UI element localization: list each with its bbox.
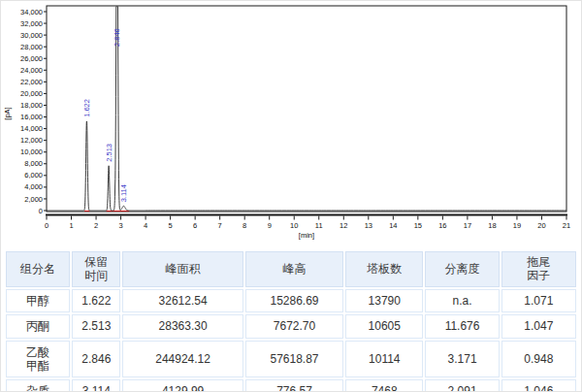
y-tick-label: 6,000 [24, 171, 43, 180]
cell-height: 776.57 [245, 379, 343, 392]
plot-frame [47, 6, 566, 212]
cell-plates: 10605 [345, 314, 423, 338]
cell-component: 甲醇 [6, 289, 70, 312]
cell-height: 15286.69 [245, 289, 343, 312]
x-tick-label: 14 [389, 221, 397, 230]
col-header-resolution: 分离度 [425, 251, 499, 287]
x-tick-label: 3 [118, 221, 122, 230]
y-tick-label: 22,000 [20, 78, 43, 86]
cell-resolution: 2.091 [425, 379, 499, 392]
x-tick-label: 1 [69, 221, 73, 230]
x-tick-label: 6 [193, 221, 197, 230]
x-tick-label: 5 [169, 221, 173, 230]
cell-component: 杂质 [6, 379, 70, 392]
col-header-height: 峰高 [245, 251, 343, 287]
y-tick-label: 24,000 [20, 66, 43, 75]
peak-label: 2.513 [105, 144, 113, 162]
cell-plates: 13790 [345, 289, 423, 312]
y-tick-label: 12,000 [20, 136, 43, 145]
y-tick-label: 4,000 [24, 182, 43, 191]
x-tick-label: 8 [242, 221, 246, 230]
y-tick-label: 20,000 [20, 89, 43, 98]
cell-height: 7672.70 [245, 314, 343, 338]
x-tick-label: 4 [144, 221, 147, 230]
cell-resolution: 11.676 [425, 314, 499, 338]
col-header-area: 峰面积 [122, 251, 242, 287]
x-tick-label: 11 [315, 221, 323, 230]
x-tick-label: 9 [268, 221, 272, 230]
x-axis-unit-label: [min] [299, 231, 314, 240]
cell-resolution: n.a. [425, 289, 499, 312]
x-tick-label: 2 [94, 221, 98, 230]
cell-plates: 10114 [345, 341, 423, 378]
table-row: 丙酮 2.513 28363.30 7672.70 10605 11.676 1… [6, 314, 576, 338]
col-header-plates: 塔板数 [345, 251, 423, 287]
y-tick-label: 18,000 [20, 101, 43, 110]
col-header-retention: 保留 时间 [72, 251, 120, 287]
cell-retention: 1.622 [72, 289, 120, 312]
y-axis-unit-label: [pA] [3, 107, 12, 119]
y-tick-label: 26,000 [20, 54, 43, 63]
cell-area: 28363.30 [122, 314, 242, 338]
y-tick-label: 16,000 [20, 113, 43, 121]
x-tick-label: 19 [513, 221, 521, 230]
cell-retention: 2.846 [72, 341, 120, 378]
cell-resolution: 3.171 [425, 341, 499, 378]
cell-tailing: 1.047 [501, 314, 576, 338]
cell-tailing: 1.046 [501, 379, 576, 392]
cell-component: 乙酸 甲酯 [6, 341, 70, 378]
y-tick-label: 0 [39, 207, 43, 215]
x-tick-label: 20 [537, 221, 545, 230]
x-tick-label: 17 [464, 221, 471, 230]
results-table: 组分名 保留 时间 峰面积 峰高 塔板数 分离度 拖尾 因子 甲醇 1.622 … [4, 249, 578, 392]
col-header-tailing: 拖尾 因子 [501, 251, 576, 287]
x-tick-label: 0 [45, 221, 48, 230]
cell-component: 丙酮 [6, 314, 70, 338]
col-header-component: 组分名 [6, 251, 70, 287]
y-tick-label: 8,000 [24, 159, 43, 168]
table-header-row: 组分名 保留 时间 峰面积 峰高 塔板数 分离度 拖尾 因子 [6, 251, 576, 287]
table-row: 乙酸 甲酯 2.846 244924.12 57618.87 10114 3.1… [6, 341, 576, 378]
x-tick-label: 18 [488, 221, 496, 230]
peak-label: 2.846 [113, 28, 121, 47]
table-row: 杂质 3.114 4129.99 776.57 7468 2.091 1.046 [6, 379, 576, 392]
x-tick-label: 12 [340, 221, 347, 230]
y-tick-label: 34,000 [20, 8, 43, 16]
table-row: 甲醇 1.622 32612.54 15286.69 13790 n.a. 1.… [6, 289, 576, 312]
x-tick-label: 13 [365, 221, 372, 230]
y-tick-label: 2,000 [24, 195, 43, 204]
x-tick-label: 10 [290, 221, 298, 230]
y-tick-label: 14,000 [20, 124, 43, 133]
peak-label: 3.114 [119, 184, 128, 202]
cell-area: 244924.12 [122, 341, 242, 378]
cell-tailing: 0.948 [501, 341, 576, 378]
cell-height: 57618.87 [245, 341, 343, 378]
x-tick-label: 15 [414, 221, 422, 230]
x-tick-label: 16 [438, 221, 446, 230]
chromatogram-trace [47, 7, 566, 211]
y-tick-label: 30,000 [20, 31, 43, 40]
x-tick-label: 7 [218, 221, 222, 230]
cell-area: 4129.99 [122, 379, 242, 392]
y-tick-label: 32,000 [20, 19, 43, 28]
chromatogram-chart: 02,0004,0006,0008,00010,00012,00014,0001… [1, 1, 582, 244]
cell-area: 32612.54 [122, 289, 242, 312]
cell-retention: 2.513 [72, 314, 120, 338]
peak-label: 1.622 [82, 99, 91, 117]
cell-plates: 7468 [345, 379, 423, 392]
cell-retention: 3.114 [72, 379, 120, 392]
chromatogram-plot: 02,0004,0006,0008,00010,00012,00014,0001… [1, 1, 582, 244]
y-tick-label: 10,000 [20, 147, 43, 156]
y-tick-label: 28,000 [20, 43, 43, 51]
x-tick-label: 21 [563, 221, 570, 230]
cell-tailing: 1.071 [501, 289, 576, 312]
